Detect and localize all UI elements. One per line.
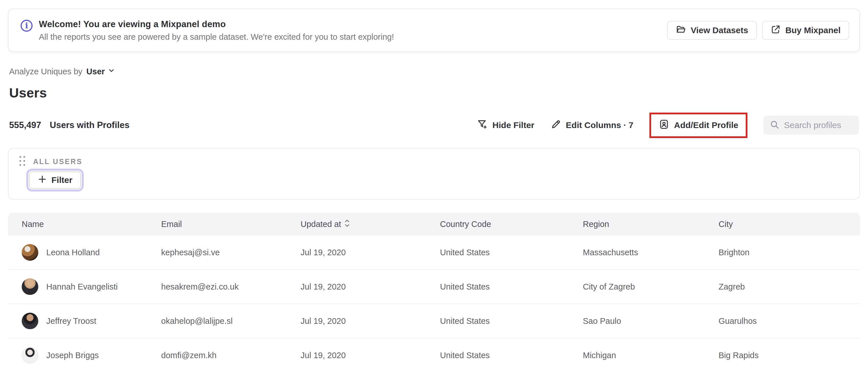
profiles-count-label: Users with Profiles: [50, 120, 129, 130]
chevron-down-icon: [108, 67, 115, 76]
drag-handle-icon[interactable]: [20, 156, 26, 167]
hide-filter-button[interactable]: Hide Filter: [477, 119, 534, 132]
view-datasets-label: View Datasets: [690, 25, 748, 35]
info-icon: i: [21, 20, 33, 32]
view-datasets-button[interactable]: View Datasets: [667, 21, 756, 40]
column-header-region[interactable]: Region: [583, 219, 719, 229]
user-country: United States: [440, 316, 583, 326]
analyze-by-value: User: [86, 67, 105, 76]
search-profiles-box: [764, 116, 859, 134]
edit-columns-label: Edit Columns · 7: [566, 120, 633, 130]
user-country: United States: [440, 282, 583, 292]
filter-panel: ALL USERS Filter: [8, 148, 860, 200]
add-edit-profile-highlight: Add/Edit Profile: [649, 113, 747, 138]
avatar: [22, 278, 38, 295]
user-region: City of Zagreb: [583, 282, 719, 292]
user-email: hesakrem@ezi.co.uk: [161, 282, 301, 292]
buy-mixpanel-label: Buy Mixpanel: [785, 25, 841, 35]
user-email: domfi@zem.kh: [161, 351, 301, 360]
column-header-name[interactable]: Name: [22, 219, 161, 229]
user-updated-at: Jul 19, 2020: [301, 316, 440, 326]
user-city: Brighton: [719, 248, 860, 257]
banner-title: Welcome! You are viewing a Mixpanel demo: [39, 19, 394, 29]
edit-columns-button[interactable]: Edit Columns · 7: [550, 119, 633, 132]
avatar: [22, 313, 38, 329]
user-badge-icon: [658, 119, 670, 132]
external-link-icon: [771, 24, 781, 37]
user-region: Michigan: [583, 351, 719, 360]
hide-filter-label: Hide Filter: [493, 120, 534, 130]
analyze-by-label: Analyze Uniques by: [9, 67, 82, 76]
user-name: Hannah Evangelisti: [46, 282, 118, 292]
pencil-icon: [550, 119, 561, 132]
add-filter-label: Filter: [52, 175, 72, 185]
user-country: United States: [440, 248, 583, 257]
user-updated-at: Jul 19, 2020: [301, 248, 440, 257]
avatar: [22, 347, 38, 364]
analyze-uniques-row: Analyze Uniques by User: [9, 67, 859, 76]
profiles-table: Name Email Updated at Country Code Regio…: [8, 213, 860, 367]
user-name: Jeffrey Troost: [46, 316, 96, 326]
column-header-city[interactable]: City: [719, 219, 860, 229]
user-city: Guarulhos: [719, 316, 860, 326]
table-row[interactable]: Joseph Briggs domfi@zem.kh Jul 19, 2020 …: [8, 338, 860, 367]
profiles-count: 555,497: [9, 120, 41, 130]
add-filter-button[interactable]: Filter: [29, 172, 81, 189]
table-row[interactable]: Leona Holland kephesaj@si.ve Jul 19, 202…: [8, 236, 860, 270]
column-header-email[interactable]: Email: [161, 219, 301, 229]
plus-icon: [38, 175, 47, 186]
user-updated-at: Jul 19, 2020: [301, 351, 440, 360]
table-row[interactable]: Jeffrey Troost okahelop@lalijpe.sl Jul 1…: [8, 304, 860, 338]
user-email: kephesaj@si.ve: [161, 248, 301, 257]
user-name: Joseph Briggs: [46, 351, 99, 360]
banner-subtitle: All the reports you see are powered by a…: [39, 32, 394, 42]
cohort-group-label: ALL USERS: [33, 157, 83, 166]
buy-mixpanel-button[interactable]: Buy Mixpanel: [762, 21, 849, 40]
user-region: Massachusetts: [583, 248, 719, 257]
add-edit-profile-label: Add/Edit Profile: [674, 120, 738, 130]
avatar: [22, 244, 38, 261]
column-header-country-code[interactable]: Country Code: [440, 219, 583, 229]
page-title: Users: [9, 85, 859, 101]
user-email: okahelop@lalijpe.sl: [161, 316, 301, 326]
folder-icon: [676, 24, 686, 37]
table-row[interactable]: Hannah Evangelisti hesakrem@ezi.co.uk Ju…: [8, 270, 860, 304]
search-icon: [770, 120, 779, 131]
user-updated-at: Jul 19, 2020: [301, 282, 440, 292]
user-region: Sao Paulo: [583, 316, 719, 326]
analyze-by-selector[interactable]: User: [86, 67, 115, 76]
user-city: Big Rapids: [719, 351, 860, 360]
user-city: Zagreb: [719, 282, 860, 292]
add-edit-profile-button[interactable]: Add/Edit Profile: [658, 119, 738, 132]
user-country: United States: [440, 351, 583, 360]
table-header-row: Name Email Updated at Country Code Regio…: [8, 213, 860, 236]
user-name: Leona Holland: [46, 248, 100, 257]
sort-icon: [344, 219, 350, 230]
column-header-updated-at[interactable]: Updated at: [301, 219, 440, 230]
search-profiles-input[interactable]: [784, 120, 850, 130]
demo-banner: i Welcome! You are viewing a Mixpanel de…: [8, 8, 860, 52]
filter-funnel-icon: [477, 119, 488, 132]
